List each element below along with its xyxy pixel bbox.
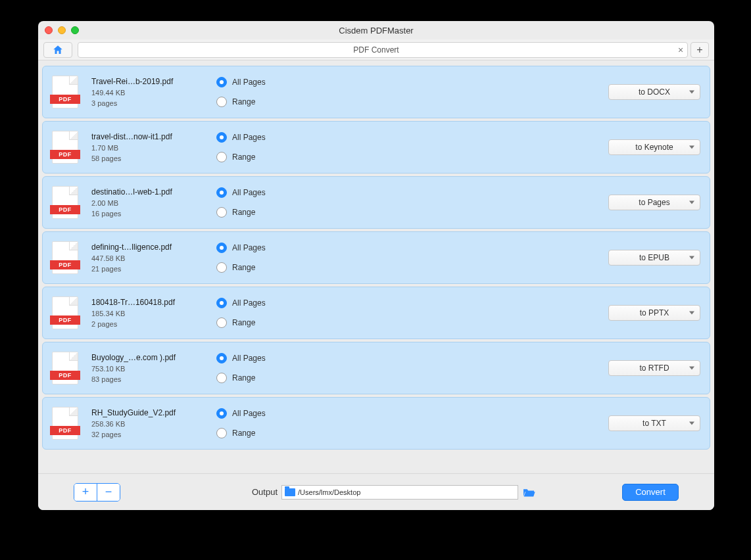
- file-name: travel-dist…now-it1.pdf: [91, 132, 203, 141]
- file-meta: 180418-Tr…160418.pdf185.34 KB2 pages: [91, 298, 203, 328]
- file-row[interactable]: PDFdefining-t…lligence.pdf447.58 KB21 pa…: [42, 231, 710, 284]
- output-format-select[interactable]: to PPTX: [608, 305, 700, 321]
- file-row[interactable]: PDF180418-Tr…160418.pdf185.34 KB2 pagesA…: [42, 287, 710, 339]
- radio-indicator: [216, 77, 227, 87]
- file-name: defining-t…lligence.pdf: [91, 243, 203, 252]
- radio-all-pages[interactable]: All Pages: [216, 298, 266, 308]
- pdf-file-icon: PDF: [52, 186, 78, 219]
- page-range-group: All PagesRange: [216, 132, 266, 162]
- file-row[interactable]: PDFTravel-Rei…b-2019.pdf149.44 KB3 pages…: [42, 66, 710, 118]
- file-name: RH_StudyGuide_V2.pdf: [91, 408, 203, 417]
- radio-all-pages[interactable]: All Pages: [216, 187, 266, 198]
- bottom-bar: + − Output /Users/lmx/Desktop Convert: [38, 473, 714, 510]
- radio-indicator: [216, 353, 227, 363]
- radio-label: Range: [232, 208, 255, 217]
- file-size: 149.44 KB: [91, 89, 203, 97]
- radio-indicator: [216, 97, 227, 107]
- file-size: 447.58 KB: [91, 254, 203, 262]
- radio-range[interactable]: Range: [216, 262, 266, 273]
- output-format-select[interactable]: to EPUB: [608, 250, 700, 266]
- pdf-file-icon: PDF: [52, 241, 78, 274]
- file-row[interactable]: PDFBuyology_…e.com ).pdf753.10 KB83 page…: [42, 342, 710, 394]
- output-path-field[interactable]: /Users/lmx/Desktop: [281, 485, 518, 500]
- radio-label: Range: [232, 318, 255, 327]
- radio-range[interactable]: Range: [216, 428, 266, 438]
- output-format-select[interactable]: to RTFD: [608, 360, 700, 376]
- format-label: to Pages: [639, 198, 669, 207]
- toolbar: PDF Convert × +: [38, 39, 714, 60]
- pdf-file-icon: PDF: [52, 352, 78, 385]
- radio-all-pages[interactable]: All Pages: [216, 353, 266, 363]
- file-name: Buyology_…e.com ).pdf: [91, 353, 203, 362]
- radio-all-pages[interactable]: All Pages: [216, 132, 266, 143]
- radio-range[interactable]: Range: [216, 207, 266, 218]
- page-range-group: All PagesRange: [216, 408, 266, 438]
- file-size: 753.10 KB: [91, 365, 203, 373]
- radio-range[interactable]: Range: [216, 317, 266, 328]
- radio-label: All Pages: [232, 243, 266, 252]
- output-format-select[interactable]: to TXT: [608, 415, 700, 431]
- radio-indicator: [216, 408, 227, 419]
- radio-label: Range: [232, 152, 255, 162]
- file-pages: 3 pages: [91, 99, 203, 107]
- pdf-file-icon: PDF: [52, 407, 78, 440]
- radio-label: Range: [232, 373, 255, 383]
- format-label: to PPTX: [640, 308, 669, 317]
- home-icon: [52, 44, 64, 56]
- remove-file-button[interactable]: −: [97, 484, 120, 501]
- file-row[interactable]: PDFtravel-dist…now-it1.pdf1.70 MB58 page…: [42, 121, 710, 174]
- file-pages: 21 pages: [91, 265, 203, 273]
- file-pages: 16 pages: [91, 210, 203, 218]
- page-range-group: All PagesRange: [216, 243, 266, 273]
- file-row[interactable]: PDFRH_StudyGuide_V2.pdf258.36 KB32 pages…: [42, 397, 710, 450]
- output-path-text: /Users/lmx/Desktop: [298, 488, 360, 496]
- file-meta: destinatio…l-web-1.pdf2.00 MB16 pages: [91, 187, 203, 218]
- radio-all-pages[interactable]: All Pages: [216, 243, 266, 253]
- radio-label: All Pages: [232, 133, 266, 142]
- radio-label: All Pages: [232, 78, 266, 87]
- home-button[interactable]: [43, 42, 72, 58]
- pdf-badge: PDF: [50, 426, 80, 435]
- radio-range[interactable]: Range: [216, 97, 266, 107]
- radio-indicator: [216, 428, 227, 438]
- radio-all-pages[interactable]: All Pages: [216, 408, 266, 419]
- folder-icon: [285, 488, 295, 496]
- app-window: Cisdem PDFMaster PDF Convert × + PDFTrav…: [38, 21, 714, 510]
- file-row[interactable]: PDFdestinatio…l-web-1.pdf2.00 MB16 pages…: [42, 176, 710, 229]
- file-size: 2.00 MB: [91, 199, 203, 207]
- open-folder-icon: [522, 487, 535, 498]
- radio-indicator: [216, 317, 227, 328]
- file-name: Travel-Rei…b-2019.pdf: [91, 77, 203, 86]
- file-pages: 83 pages: [91, 375, 203, 383]
- output-format-select[interactable]: to DOCX: [608, 84, 700, 100]
- file-list: PDFTravel-Rei…b-2019.pdf149.44 KB3 pages…: [38, 60, 714, 473]
- pdf-file-icon: PDF: [52, 296, 78, 329]
- output-format-select[interactable]: to Pages: [608, 195, 700, 210]
- file-size: 258.36 KB: [91, 420, 203, 428]
- radio-indicator: [216, 262, 227, 273]
- file-name: 180418-Tr…160418.pdf: [91, 298, 203, 307]
- pdf-badge: PDF: [50, 205, 80, 214]
- radio-range[interactable]: Range: [216, 152, 266, 162]
- radio-label: All Pages: [232, 298, 266, 308]
- add-file-button[interactable]: +: [74, 484, 97, 501]
- radio-all-pages[interactable]: All Pages: [216, 77, 266, 87]
- browse-output-button[interactable]: [522, 487, 535, 498]
- output-label: Output: [252, 487, 278, 497]
- pdf-badge: PDF: [50, 95, 80, 104]
- new-tab-button[interactable]: +: [690, 42, 709, 58]
- radio-indicator: [216, 373, 227, 383]
- pdf-file-icon: PDF: [52, 131, 78, 164]
- tab-close-button[interactable]: ×: [674, 45, 687, 55]
- format-label: to Keynote: [635, 143, 673, 152]
- radio-range[interactable]: Range: [216, 373, 266, 383]
- format-label: to EPUB: [639, 253, 669, 262]
- convert-button[interactable]: Convert: [622, 484, 679, 501]
- output-format-select[interactable]: to Keynote: [608, 139, 700, 155]
- file-meta: RH_StudyGuide_V2.pdf258.36 KB32 pages: [91, 408, 203, 438]
- radio-indicator: [216, 243, 227, 253]
- tab-pdf-convert[interactable]: PDF Convert: [78, 45, 674, 55]
- radio-label: All Pages: [232, 409, 266, 418]
- file-pages: 58 pages: [91, 154, 203, 162]
- pdf-file-icon: PDF: [52, 76, 78, 108]
